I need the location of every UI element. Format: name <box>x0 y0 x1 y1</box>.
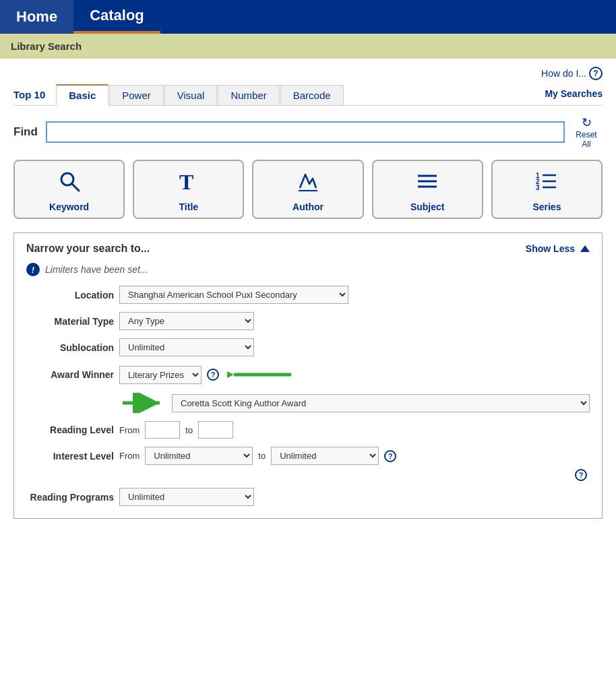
interest-level-to-select[interactable]: Unlimited <box>271 447 379 465</box>
interest-level-help-icon[interactable]: ? <box>384 450 396 462</box>
show-less-label: Show Less <box>526 243 575 254</box>
keyword-icon <box>57 169 82 199</box>
keyword-button[interactable]: Keyword <box>13 160 125 219</box>
author-button[interactable]: Author <box>252 160 363 219</box>
interest-from-label: From <box>119 451 140 461</box>
author-label: Author <box>292 201 324 212</box>
award-winner-label: Award Winner <box>26 369 114 381</box>
narrow-search-box: Narrow your search to... Show Less ! Lim… <box>13 232 603 519</box>
keyword-label: Keyword <box>49 201 89 212</box>
series-button[interactable]: 1 2 3 Series <box>491 160 603 219</box>
tab-basic[interactable]: Basic <box>56 84 109 106</box>
tab-power[interactable]: Power <box>109 85 164 105</box>
reading-programs-row: Reading Programs Unlimited <box>26 488 590 506</box>
tab-visual[interactable]: Visual <box>164 85 218 105</box>
interest-level-label: Interest Level <box>26 451 114 462</box>
reset-label: Reset <box>576 130 596 139</box>
sublocation-select[interactable]: Unlimited <box>119 338 254 356</box>
title-label: Title <box>179 201 199 212</box>
sublocation-label: Sublocation <box>26 342 114 353</box>
tab-barcode[interactable]: Barcode <box>280 85 344 105</box>
tab-number[interactable]: Number <box>218 85 279 105</box>
limiter-notice: ! Limiters have been set... <box>26 263 590 276</box>
show-less-button[interactable]: Show Less <box>526 243 590 254</box>
material-type-select[interactable]: Any Type <box>119 312 254 330</box>
show-less-triangle-icon <box>580 245 590 252</box>
csk-row: Coretta Scott King Author Award <box>119 393 590 413</box>
title-button[interactable]: T Title <box>133 160 244 219</box>
all-label: All <box>582 139 590 149</box>
material-type-row: Material Type Any Type <box>26 312 590 330</box>
reading-programs-label: Reading Programs <box>26 492 114 503</box>
how-do-i-text: How do I... <box>541 68 586 79</box>
find-label: Find <box>13 125 40 139</box>
series-icon: 1 2 3 <box>534 169 559 199</box>
reading-level-row: Reading Level From to <box>26 421 590 439</box>
search-type-buttons: Keyword T Title Author <box>13 160 603 219</box>
reading-level-label: Reading Level <box>26 424 114 435</box>
interest-level-row: Interest Level From Unlimited to Unlimit… <box>26 447 590 465</box>
subject-icon <box>415 169 439 199</box>
reset-icon: ↻ <box>582 115 592 130</box>
reading-level-from-input[interactable] <box>145 421 180 439</box>
material-type-label: Material Type <box>26 316 114 327</box>
author-icon <box>296 169 320 199</box>
sublocation-row: Sublocation Unlimited <box>26 338 590 356</box>
nav-catalog[interactable]: Catalog <box>73 0 160 34</box>
reading-programs-select[interactable]: Unlimited <box>119 488 254 506</box>
how-do-i-link[interactable]: How do I... ? <box>541 67 603 80</box>
find-row: Find ↻ Reset All <box>13 115 603 149</box>
award-select-row: Literary Prizes ? <box>119 365 295 385</box>
location-label: Location <box>26 290 114 301</box>
how-do-i-row: How do I... ? <box>13 67 603 80</box>
subject-button[interactable]: Subject <box>372 160 483 219</box>
green-arrow-left <box>227 365 295 385</box>
narrow-title: Narrow your search to... <box>26 243 150 255</box>
find-input[interactable] <box>46 121 565 143</box>
svg-text:3: 3 <box>536 184 540 191</box>
title-icon: T <box>177 169 201 199</box>
award-category-select[interactable]: Literary Prizes <box>119 366 202 384</box>
limiter-notice-text: Limiters have been set... <box>45 264 148 275</box>
library-search-label: Library Search <box>11 40 82 52</box>
svg-line-1 <box>72 184 79 191</box>
how-do-i-icon[interactable]: ? <box>589 67 603 80</box>
top-nav: Home Catalog <box>0 0 616 34</box>
top10-label[interactable]: Top 10 <box>13 89 45 100</box>
narrow-header: Narrow your search to... Show Less <box>26 243 590 255</box>
location-select[interactable]: Shanghai American School Puxi Secondary <box>119 286 348 304</box>
interest-to-label: to <box>258 451 266 461</box>
reading-to-label: to <box>185 425 193 435</box>
svg-text:T: T <box>179 170 193 193</box>
location-row: Location Shanghai American School Puxi S… <box>26 286 590 304</box>
subject-label: Subject <box>410 201 445 212</box>
nav-home[interactable]: Home <box>0 0 73 34</box>
search-tabs-row: Top 10 Basic Power Visual Number Barcode… <box>13 84 603 106</box>
award-value-select[interactable]: Coretta Scott King Author Award <box>172 394 590 412</box>
reading-from-label: From <box>119 425 140 435</box>
award-help-icon[interactable]: ? <box>207 369 219 381</box>
award-winner-row: Award Winner Literary Prizes ? <box>26 365 590 385</box>
interest-level-from-select[interactable]: Unlimited <box>145 447 253 465</box>
reset-all-button[interactable]: ↻ Reset All <box>570 115 603 149</box>
main-content: How do I... ? Top 10 Basic Power Visual … <box>0 59 616 534</box>
extra-help-icon[interactable]: ? <box>575 469 587 481</box>
green-arrow-right-icon <box>119 393 166 413</box>
reading-level-to-input[interactable] <box>198 421 233 439</box>
series-label: Series <box>532 201 561 212</box>
library-search-bar: Library Search <box>0 34 616 59</box>
my-searches-link[interactable]: My Searches <box>545 88 603 102</box>
notice-icon: ! <box>26 263 40 276</box>
